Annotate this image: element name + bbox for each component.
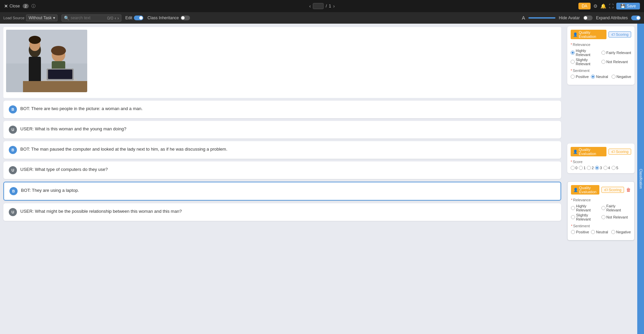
slightly-relevant-option[interactable]: Slightly Relevant: [571, 58, 601, 66]
score-3-radio[interactable]: [595, 166, 599, 170]
highly-relevant-radio[interactable]: [571, 51, 575, 55]
not-relevant-radio-3[interactable]: [601, 215, 605, 219]
positive-option[interactable]: Positive: [571, 75, 590, 79]
highly-relevant-option[interactable]: Highly Relevant: [571, 49, 601, 57]
delete-eval-button-3[interactable]: 🗑: [626, 187, 631, 192]
quality-eval-tag-1[interactable]: 👤 Quality Evaluation: [571, 30, 606, 39]
scoring-tag-2[interactable]: 🏷 Scoring: [609, 149, 631, 155]
positive-radio[interactable]: [571, 75, 575, 79]
highly-relevant-radio-3[interactable]: [571, 206, 575, 210]
font-icon: A: [522, 15, 525, 21]
info-icon[interactable]: ⓘ: [31, 3, 35, 9]
avatar-user-3: U: [9, 208, 17, 216]
highly-relevant-option-3[interactable]: Highly Relevant: [571, 204, 601, 212]
chevron-down-icon: ▾: [53, 16, 55, 20]
edit-item: Edit: [125, 16, 144, 20]
scoring-icon-2: 🏷: [611, 150, 615, 154]
next-page-button[interactable]: ›: [333, 3, 335, 9]
negative-radio[interactable]: [612, 75, 616, 79]
hide-avatar-toggle[interactable]: [583, 16, 593, 20]
score-4-radio[interactable]: [603, 166, 607, 170]
sentiment-label-3: Sentiment: [571, 224, 631, 228]
avatar-user-1: U: [9, 126, 17, 134]
page-input[interactable]: 1: [313, 3, 324, 9]
spacer-1: [567, 87, 635, 90]
left-panel: B BOT: There are two people in the pictu…: [0, 24, 565, 334]
message-row: B BOT: There are two people in the pictu…: [3, 101, 561, 118]
avatar-bot-2: B: [9, 146, 17, 154]
score-0-radio[interactable]: [571, 166, 575, 170]
search-box[interactable]: 🔍 0/0 ‹ ›: [62, 15, 121, 22]
neutral-label: Neutral: [596, 75, 608, 79]
top-bar-right: DA ⚙ 🔔 ⛶ 💾 Save: [578, 3, 640, 9]
score-0-option[interactable]: 0: [571, 166, 577, 170]
notification-icon[interactable]: 🔔: [600, 3, 606, 9]
score-5-option[interactable]: 5: [612, 166, 618, 170]
expand-icon[interactable]: ⛶: [609, 3, 614, 9]
score-2-option[interactable]: 2: [587, 166, 594, 170]
quality-eval-tag-3[interactable]: 👤 Quality Evaluation: [571, 185, 599, 195]
toolbar-right: A Hide Avatar Expand Attributes: [522, 15, 641, 21]
not-relevant-option-3[interactable]: Not Relevant: [601, 213, 631, 221]
class-inheritance-toggle[interactable]: [181, 16, 190, 20]
save-icon: 💾: [620, 4, 626, 8]
score-5-radio[interactable]: [612, 166, 616, 170]
neutral-radio[interactable]: [591, 75, 595, 79]
ga-button[interactable]: DA: [578, 3, 591, 9]
expand-attributes-toggle[interactable]: [631, 16, 641, 20]
page-separator: /: [326, 4, 327, 8]
neutral-option-3[interactable]: Neutral: [591, 230, 610, 234]
close-button[interactable]: ✕ Close: [4, 3, 20, 9]
save-button[interactable]: 💾 Save: [616, 3, 640, 9]
message-text-4: USER: What type of computers do they use…: [20, 166, 108, 173]
quality-eval-icon-1: 👤: [573, 32, 578, 37]
negative-option-3[interactable]: Negative: [611, 230, 631, 234]
neutral-option[interactable]: Neutral: [591, 75, 611, 79]
fairly-relevant-radio-3[interactable]: [601, 206, 605, 210]
slightly-relevant-option-3[interactable]: Slightly Relevant: [571, 213, 601, 221]
message-row-selected: B BOT: They are using a laptop.: [3, 182, 561, 201]
negative-radio-3[interactable]: [611, 230, 615, 234]
edit-label: Edit: [125, 16, 133, 20]
score-1-option[interactable]: 1: [579, 166, 586, 170]
message-row: U USER: What type of computers do they u…: [3, 161, 561, 179]
badge-count: 2: [23, 4, 29, 8]
next-result-icon[interactable]: ›: [117, 16, 119, 21]
score-4-option[interactable]: 4: [603, 166, 610, 170]
negative-option[interactable]: Negative: [612, 75, 631, 79]
not-relevant-option[interactable]: Not Relevant: [601, 58, 631, 66]
class-inheritance-label: Class Inheritance: [147, 16, 179, 20]
classification-tab[interactable]: Classification: [637, 24, 644, 334]
scoring-tag-1[interactable]: 🏷 Scoring: [609, 31, 631, 37]
highly-relevant-label: Highly Relevant: [576, 49, 601, 57]
prev-result-icon[interactable]: ‹: [115, 16, 116, 21]
positive-radio-3[interactable]: [571, 230, 575, 234]
svg-rect-11: [48, 70, 72, 79]
neutral-radio-3[interactable]: [591, 230, 595, 234]
fairly-relevant-radio[interactable]: [601, 51, 605, 55]
not-relevant-radio[interactable]: [601, 60, 605, 64]
positive-option-3[interactable]: Positive: [571, 230, 590, 234]
edit-toggle[interactable]: [134, 16, 143, 20]
relevance-label-3: Relevance: [571, 198, 631, 202]
score-1-radio[interactable]: [579, 166, 583, 170]
search-input[interactable]: [71, 16, 104, 20]
negative-label: Negative: [617, 75, 631, 79]
fairly-relevant-option-3[interactable]: Fairly Relevant: [601, 204, 631, 212]
slightly-relevant-radio-3[interactable]: [571, 215, 575, 219]
main-content: B BOT: There are two people in the pictu…: [0, 24, 644, 334]
without-task-dropdown[interactable]: Without Task ▾: [26, 15, 57, 21]
photo-background: [6, 30, 87, 92]
score-2-radio[interactable]: [587, 166, 591, 170]
relevance-label-1: Relevance: [571, 43, 631, 47]
fairly-relevant-option[interactable]: Fairly Relevant: [601, 49, 631, 57]
prev-page-button[interactable]: ‹: [309, 3, 311, 9]
message-row: U USER: What is this woman and the young…: [3, 121, 561, 138]
scoring-tag-3[interactable]: 🏷 Scoring: [601, 187, 624, 193]
font-size-slider[interactable]: [528, 17, 555, 19]
slightly-relevant-radio[interactable]: [571, 60, 575, 64]
score-3-option[interactable]: 3: [595, 166, 602, 170]
settings-icon[interactable]: ⚙: [593, 3, 598, 9]
score-label-2: Score: [571, 160, 631, 164]
quality-eval-tag-2[interactable]: 👤 Quality Evaluation: [571, 147, 606, 156]
